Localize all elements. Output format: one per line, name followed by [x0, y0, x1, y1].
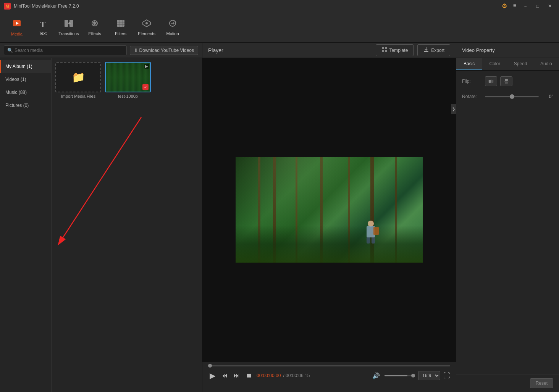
main-layout: 🔍 ⬇ Download YouTube Videos My Album (1)… [0, 43, 559, 392]
total-time: / 00:00:06.15 [283, 373, 310, 378]
export-icon [423, 47, 429, 54]
search-input-wrap[interactable]: 🔍 [4, 45, 127, 55]
svg-rect-19 [424, 51, 428, 52]
tab-audio[interactable]: Audio [533, 58, 559, 70]
sidebar-item-label: Music (88) [5, 90, 27, 95]
template-button[interactable]: Template [376, 44, 414, 56]
flip-control [485, 76, 553, 86]
toolbar-label-filters: Filters [115, 31, 126, 36]
toolbar-item-text[interactable]: T Text [30, 14, 56, 41]
search-icon: 🔍 [7, 48, 13, 53]
center-panel: Player Template Export [202, 43, 456, 392]
svg-rect-15 [382, 47, 384, 49]
svg-rect-17 [382, 50, 384, 52]
svg-rect-23 [505, 79, 508, 81]
player-controls: ▶ ⏮ ⏭ ⏹ 00:00:00.00 / 00:00:06.15 🔊 16:9… [202, 361, 456, 392]
media-grid: 📁 Import Media Files ▶ ✓ test-1080p [52, 58, 202, 392]
sidebar-item-my-album[interactable]: My Album (1) [0, 60, 51, 73]
fullscreen-button[interactable]: ⛶ [443, 372, 450, 380]
tab-speed[interactable]: Speed [508, 58, 533, 70]
effects-icon [90, 19, 99, 30]
svg-rect-2 [65, 20, 68, 27]
left-panel: 🔍 ⬇ Download YouTube Videos My Album (1)… [0, 43, 202, 392]
player-header-right: Template Export [376, 44, 450, 56]
video-thumb: ▶ ✓ [105, 62, 151, 92]
prop-content: Flip: [456, 71, 559, 374]
tab-color[interactable]: Color [482, 58, 507, 70]
progress-bar[interactable] [208, 365, 450, 366]
toolbar-label-transitions: Transitions [58, 31, 79, 36]
prop-tabs: Basic Color Speed Audio [456, 58, 559, 71]
tab-color-label: Color [490, 61, 501, 66]
maximize-button[interactable]: □ [532, 2, 543, 10]
template-label: Template [389, 48, 408, 53]
search-input[interactable] [15, 48, 123, 53]
volume-bar[interactable] [385, 375, 415, 376]
flip-horizontal-button[interactable] [485, 76, 497, 86]
sidebar-item-music[interactable]: Music (88) [0, 86, 51, 99]
minimize-button[interactable]: − [520, 2, 531, 10]
progress-handle[interactable] [208, 364, 212, 368]
left-panel-header: 🔍 ⬇ Download YouTube Videos [0, 43, 202, 58]
rotate-label: Rotate: [462, 94, 485, 99]
flip-vertical-button[interactable] [500, 76, 512, 86]
prev-frame-button[interactable]: ⏮ [220, 371, 229, 380]
export-button[interactable]: Export [417, 44, 450, 56]
toolbar-item-transitions[interactable]: Transitions [56, 14, 82, 41]
volume-button[interactable]: 🔊 [371, 371, 381, 380]
toolbar-label-text: Text [39, 31, 47, 35]
tab-speed-label: Speed [514, 61, 527, 66]
rotate-slider[interactable] [485, 96, 539, 97]
list-item[interactable]: 📁 Import Media Files [55, 62, 101, 98]
left-content: My Album (1) Videos (1) Music (88) Pictu… [0, 58, 202, 392]
sidebar-item-pictures[interactable]: Pictures (0) [0, 99, 51, 112]
video-type-icon: ▶ [144, 64, 149, 69]
elements-icon [142, 19, 151, 30]
toolbar-item-motion[interactable]: Motion [160, 14, 186, 41]
svg-rect-5 [117, 20, 124, 27]
app-title: MiniTool MovieMaker Free 7.2.0 [14, 3, 499, 9]
sidebar-item-videos[interactable]: Videos (1) [0, 73, 51, 86]
play-button[interactable]: ▶ [208, 370, 217, 381]
main-toolbar: Media T Text Transitions Effects Filters… [0, 12, 559, 43]
media-selected-check: ✓ [142, 84, 149, 90]
download-label: Download YouTube Videos [139, 48, 194, 53]
download-youtube-button[interactable]: ⬇ Download YouTube Videos [130, 46, 198, 55]
flip-row: Flip: [462, 76, 553, 86]
import-thumb: 📁 [55, 62, 101, 92]
tab-audio-label: Audio [540, 61, 552, 66]
download-icon: ⬇ [134, 48, 138, 53]
aspect-ratio-select[interactable]: 16:9 9:16 1:1 4:3 [418, 371, 440, 380]
close-button[interactable]: ✕ [544, 2, 555, 10]
import-label: Import Media Files [61, 94, 95, 98]
album-sidebar: My Album (1) Videos (1) Music (88) Pictu… [0, 58, 52, 392]
menu-icon[interactable]: ≡ [511, 2, 519, 10]
reset-button[interactable]: Reset [530, 378, 553, 388]
collapse-panel-button[interactable]: ❯ [451, 104, 456, 114]
svg-rect-21 [491, 80, 493, 83]
controls-row: ▶ ⏮ ⏭ ⏹ 00:00:00.00 / 00:00:06.15 🔊 16:9… [208, 370, 450, 381]
svg-point-11 [145, 22, 148, 24]
toolbar-item-effects[interactable]: Effects [82, 14, 108, 41]
rotate-row: Rotate: 0° [462, 94, 553, 99]
toolbar-item-elements[interactable]: Elements [134, 14, 160, 41]
video-area [202, 58, 456, 361]
next-frame-button[interactable]: ⏭ [232, 371, 241, 380]
toolbar-label-elements: Elements [138, 31, 155, 36]
titlebar: M MiniTool MovieMaker Free 7.2.0 ⚙ ≡ − □… [0, 0, 559, 12]
player-header: Player Template Export [202, 43, 456, 58]
right-panel: ❯ Video Property Basic Color Speed Audio… [456, 43, 559, 392]
tab-basic[interactable]: Basic [456, 58, 482, 70]
toolbar-item-media[interactable]: Media [4, 14, 30, 41]
settings-icon[interactable]: ⚙ [499, 2, 509, 10]
sidebar-item-label: Videos (1) [5, 77, 26, 82]
svg-rect-24 [505, 82, 508, 84]
video-frame [236, 157, 423, 263]
volume-handle[interactable] [411, 374, 415, 377]
svg-rect-20 [489, 80, 491, 83]
stop-button[interactable]: ⏹ [244, 371, 254, 380]
toolbar-item-filters[interactable]: Filters [108, 14, 134, 41]
toolbar-label-effects: Effects [88, 31, 101, 36]
current-time: 00:00:00.00 [257, 373, 281, 378]
list-item[interactable]: ▶ ✓ test-1080p [105, 62, 151, 98]
